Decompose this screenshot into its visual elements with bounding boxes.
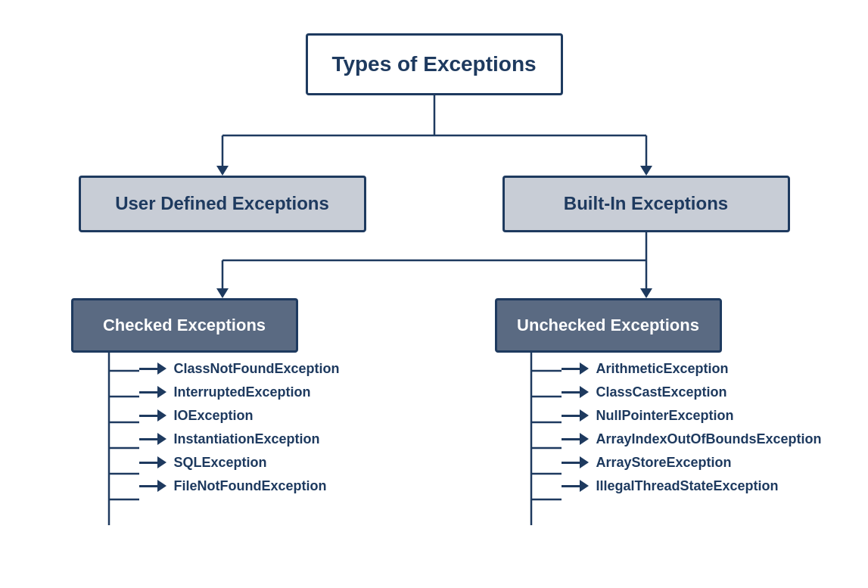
unchecked-label: Unchecked Exceptions [517, 316, 699, 335]
svg-marker-3 [216, 166, 229, 176]
checked-list: ClassNotFoundException InterruptedExcept… [139, 355, 340, 502]
arrow-icon [562, 362, 589, 375]
list-item: ClassCastException [562, 384, 822, 400]
arrow-icon [562, 480, 589, 492]
svg-marker-5 [640, 166, 652, 176]
checked-node: Checked Exceptions [71, 298, 298, 353]
user-defined-label: User Defined Exceptions [115, 193, 329, 214]
svg-marker-9 [216, 288, 229, 298]
root-label: Types of Exceptions [331, 52, 536, 76]
unchecked-node: Unchecked Exceptions [495, 298, 722, 353]
list-item: InstantiationException [139, 431, 340, 447]
svg-marker-11 [640, 288, 652, 298]
arrow-icon [562, 386, 589, 398]
list-item: SQLException [139, 455, 340, 471]
arrow-icon [139, 409, 166, 422]
list-item: IOException [139, 408, 340, 424]
list-item: ArrayIndexOutOfBoundsException [562, 431, 822, 447]
arrow-icon [139, 480, 166, 492]
builtin-node: Built-In Exceptions [502, 176, 790, 232]
builtin-label: Built-In Exceptions [564, 193, 728, 214]
arrow-icon [562, 433, 589, 445]
list-item: FileNotFoundException [139, 478, 340, 494]
checked-label: Checked Exceptions [103, 316, 266, 335]
arrow-icon [139, 433, 166, 445]
list-item: IllegalThreadStateException [562, 478, 822, 494]
list-item: InterruptedException [139, 384, 340, 400]
arrow-icon [139, 362, 166, 375]
user-defined-node: User Defined Exceptions [79, 176, 366, 232]
arrow-icon [139, 456, 166, 468]
diagram-container: Types of Exceptions User Defined Excepti… [18, 11, 851, 578]
list-item: ClassNotFoundException [139, 361, 340, 377]
arrow-icon [562, 409, 589, 422]
list-item: NullPointerException [562, 408, 822, 424]
root-node: Types of Exceptions [306, 33, 563, 95]
unchecked-list: ArithmeticException ClassCastException N… [562, 355, 822, 502]
arrow-icon [139, 386, 166, 398]
arrow-icon [562, 456, 589, 468]
list-item: ArithmeticException [562, 361, 822, 377]
list-item: ArrayStoreException [562, 455, 822, 471]
